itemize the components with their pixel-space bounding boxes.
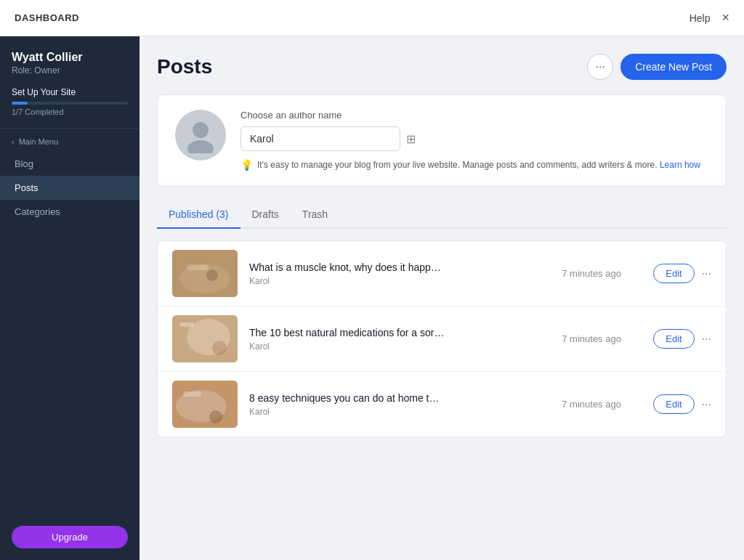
- post-more-button[interactable]: ···: [702, 333, 711, 346]
- post-more-button[interactable]: ···: [702, 398, 711, 411]
- create-post-button[interactable]: Create New Post: [620, 54, 727, 80]
- more-options-button[interactable]: ···: [587, 54, 613, 80]
- svg-rect-12: [183, 391, 201, 397]
- author-tip: 💡 It's easy to manage your blog from you…: [240, 158, 708, 171]
- thumb-overlay-1: [172, 250, 238, 297]
- sidebar-upgrade: Upgrade: [0, 514, 140, 560]
- help-link[interactable]: Help: [690, 12, 711, 24]
- post-time: 7 minutes ago: [562, 399, 642, 410]
- post-thumbnail: [172, 315, 238, 362]
- tip-text: It's easy to manage your blog from your …: [257, 158, 700, 171]
- post-more-button[interactable]: ···: [702, 267, 711, 280]
- post-actions: Edit ···: [653, 394, 711, 414]
- dashboard-title: DASHBOARD: [15, 12, 79, 23]
- page-title: Posts: [157, 55, 212, 78]
- header-actions: ··· Create New Post: [587, 54, 727, 80]
- svg-rect-4: [187, 264, 209, 270]
- grid-icon[interactable]: ⊞: [406, 132, 416, 146]
- post-info: The 10 best natural medications for a so…: [249, 327, 550, 352]
- upgrade-button[interactable]: Upgrade: [12, 526, 128, 548]
- tab-drafts[interactable]: Drafts: [240, 201, 291, 229]
- post-time: 7 minutes ago: [562, 268, 642, 279]
- avatar: [175, 110, 226, 161]
- main-menu-link[interactable]: ‹ Main Menu: [0, 131, 140, 152]
- svg-point-5: [206, 269, 218, 281]
- sidebar-item-categories[interactable]: Categories: [0, 200, 140, 224]
- svg-point-13: [209, 410, 222, 423]
- post-title: 8 easy techniques you can do at home t…: [249, 392, 550, 404]
- post-author: Karol: [249, 341, 550, 352]
- edit-button[interactable]: Edit: [653, 394, 694, 414]
- learn-how-link[interactable]: Learn how: [660, 160, 700, 170]
- tab-trash[interactable]: Trash: [291, 201, 339, 229]
- table-row: The 10 best natural medications for a so…: [158, 307, 726, 372]
- user-role: Role: Owner: [12, 65, 128, 76]
- post-title: What is a muscle knot, why does it happ…: [249, 261, 550, 273]
- progress-text: 1/7 Completed: [12, 107, 128, 116]
- post-thumbnail: [172, 250, 238, 297]
- post-info: 8 easy techniques you can do at home t… …: [249, 392, 550, 417]
- main-content: Posts ··· Create New Post Choose an auth…: [140, 36, 744, 560]
- main-menu-label: Main Menu: [19, 137, 58, 146]
- edit-button[interactable]: Edit: [653, 264, 694, 283]
- post-time: 7 minutes ago: [562, 333, 642, 344]
- lightbulb-icon: 💡: [240, 159, 253, 171]
- posts-list: What is a muscle knot, why does it happ……: [157, 240, 727, 437]
- post-actions: Edit ···: [653, 264, 711, 283]
- svg-rect-8: [179, 322, 194, 327]
- author-card: Choose an author name ⊞ 💡 It's easy to m…: [157, 94, 727, 187]
- progress-bar: [12, 102, 128, 105]
- setup-label: Set Up Your Site: [12, 87, 128, 97]
- svg-point-1: [187, 140, 214, 153]
- sidebar-item-blog[interactable]: Blog: [0, 152, 140, 176]
- sidebar-divider: [0, 128, 140, 129]
- author-info: Choose an author name ⊞ 💡 It's easy to m…: [240, 110, 708, 171]
- author-label: Choose an author name: [240, 110, 708, 121]
- sidebar-nav: Blog Posts Categories: [0, 152, 140, 514]
- table-row: 8 easy techniques you can do at home t… …: [158, 372, 726, 437]
- thumb-overlay-3: [172, 381, 238, 428]
- main-header: Posts ··· Create New Post: [157, 54, 727, 80]
- thumb-overlay-2: [172, 315, 238, 362]
- chevron-left-icon: ‹: [12, 137, 15, 146]
- sidebar-item-posts[interactable]: Posts: [0, 176, 140, 200]
- post-title: The 10 best natural medications for a so…: [249, 327, 550, 338]
- post-actions: Edit ···: [653, 329, 711, 349]
- top-bar-right: Help ×: [690, 10, 729, 25]
- author-input[interactable]: [240, 126, 400, 151]
- sidebar-user: Wyatt Collier Role: Owner: [0, 36, 140, 84]
- post-thumbnail: [172, 381, 238, 428]
- svg-point-9: [212, 341, 227, 355]
- post-author: Karol: [249, 276, 550, 286]
- close-button[interactable]: ×: [721, 10, 729, 25]
- top-bar: DASHBOARD Help ×: [0, 0, 744, 36]
- edit-button[interactable]: Edit: [653, 329, 694, 349]
- svg-point-0: [193, 122, 209, 138]
- author-input-row: ⊞: [240, 126, 708, 151]
- tab-published[interactable]: Published (3): [157, 201, 240, 229]
- dots-icon: ···: [596, 60, 605, 73]
- post-info: What is a muscle knot, why does it happ……: [249, 261, 550, 286]
- progress-fill: [12, 102, 28, 105]
- sidebar: Wyatt Collier Role: Owner Set Up Your Si…: [0, 36, 140, 560]
- sidebar-setup: Set Up Your Site 1/7 Completed: [0, 84, 140, 125]
- post-author: Karol: [249, 407, 550, 417]
- table-row: What is a muscle knot, why does it happ……: [158, 241, 726, 307]
- user-name: Wyatt Collier: [12, 51, 128, 64]
- tabs: Published (3) Drafts Trash: [157, 201, 727, 229]
